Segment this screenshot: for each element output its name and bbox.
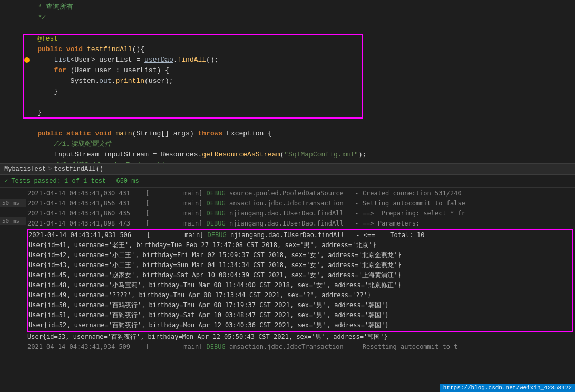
line-content: List<User> userList = userDao.findAll(); (21, 55, 575, 65)
line-content: //1.读取配置文件 (21, 139, 575, 150)
breadcrumb-class: MybatisTest (4, 165, 46, 173)
code-line: } (0, 107, 575, 118)
line-content: } (21, 86, 575, 97)
code-line (0, 23, 575, 34)
line-content: System.out.println(user); (21, 76, 575, 86)
timing-label-2: 50 ms (0, 217, 26, 225)
orange-dot (24, 57, 30, 63)
line-content: InputStream inputStream = Resources.getR… (21, 150, 575, 160)
duration-badge: – (109, 178, 113, 185)
duration-value: 650 ms (116, 178, 139, 185)
code-line: InputStream inputStream = Resources.getR… (0, 150, 575, 160)
log-line-highlight: User{id=48, username='小马宝莉', birthday=Th… (28, 280, 572, 290)
code-line: public static void main(String[] args) t… (0, 129, 575, 139)
line-content: for (User user : userList) { (21, 65, 575, 76)
log-line-highlight: User{id=42, username='小二王', birthday=Fri… (28, 250, 572, 260)
line-content (21, 23, 575, 34)
code-line: } (0, 86, 575, 97)
test-passed-bar: ✓ Tests passed: 1 of 1 test – 650 ms (0, 175, 575, 188)
test-passed-text: Tests passed: 1 of 1 test (11, 178, 106, 185)
log-line-highlight: User{id=41, username='老王', birthday=Tue … (28, 240, 572, 250)
log-line-highlight: User{id=51, username='百狗夜行', birthday=Sa… (28, 310, 572, 320)
url-bar: https://blog.csdn.net/weixin_42858422 (440, 384, 575, 392)
log-line-highlight: User{id=43, username='小二王', birthday=Sun… (28, 260, 572, 270)
breadcrumb-separator: > (48, 165, 52, 173)
code-line: System.out.println(user); (0, 76, 575, 86)
code-area: * 查询所有 */ @Test public void (0, 0, 575, 163)
code-line: @Test (0, 34, 575, 44)
code-line: //1.读取配置文件 (0, 139, 575, 150)
line-content: * 查询所有 (21, 2, 575, 13)
line-content (21, 97, 575, 107)
code-line: * 查询所有 (0, 2, 575, 13)
log-line: 2021-04-14 04:43:41,898 473 [ main] DEBU… (27, 219, 573, 229)
line-content: } (21, 107, 575, 118)
log-line-highlight: 2021-04-14 04:43:41,931 506 [ main] DEBU… (28, 230, 572, 240)
timing-label-1: 50 ms (0, 199, 26, 207)
log-line: 2021-04-14 04:43:41,934 509 [ main] DEBU… (27, 342, 573, 352)
side-timing: 50 ms 50 ms (0, 199, 26, 225)
log-line: User{id=53, username='百狗夜行', birthday=Mo… (27, 332, 573, 342)
code-line (0, 118, 575, 129)
log-area[interactable]: 2021-04-14 04:43:41,030 431 [ main] DEBU… (0, 188, 575, 391)
line-content: */ (21, 13, 575, 23)
code-line (0, 97, 575, 107)
code-line: //2.创建SqlSessionFactory工厂... (0, 160, 575, 163)
log-line: 2021-04-14 04:43:41,856 431 [ main] DEBU… (27, 199, 573, 209)
output-section: ✓ Tests passed: 1 of 1 test – 650 ms 50 … (0, 175, 575, 392)
highlight-output-box: 2021-04-14 04:43:41,931 506 [ main] DEBU… (27, 229, 573, 332)
line-content: public void testfindAll(){ (21, 44, 575, 55)
code-line: List<User> userList = userDao.findAll(); (0, 55, 575, 65)
line-content (21, 118, 575, 129)
log-line-highlight: User{id=49, username='????', birthday=Th… (28, 290, 572, 300)
log-line: 2021-04-14 04:43:41,030 431 [ main] DEBU… (27, 189, 573, 199)
breadcrumb-method: testfindAll() (54, 165, 103, 173)
log-line-highlight: User{id=52, username='百狗夜行', birthday=Mo… (28, 320, 572, 330)
checkmark-icon: ✓ (4, 177, 8, 185)
line-content: @Test (21, 34, 575, 44)
line-content: //2.创建SqlSessionFactory工厂... (21, 160, 575, 163)
code-line: public void testfindAll(){ (0, 44, 575, 55)
code-line: */ (0, 13, 575, 23)
breadcrumb-bar: MybatisTest > testfindAll() (0, 163, 575, 175)
code-line: for (User user : userList) { (0, 65, 575, 76)
log-line-highlight: User{id=50, username='百鸡夜行', birthday=Th… (28, 300, 572, 310)
log-line: 2021-04-14 04:43:41,860 435 [ main] DEBU… (27, 209, 573, 219)
line-content: public static void main(String[] args) t… (21, 129, 575, 139)
editor-section: * 查询所有 */ @Test public void (0, 0, 575, 163)
log-line-highlight: User{id=45, username='赵家女', birthday=Sat… (28, 270, 572, 280)
